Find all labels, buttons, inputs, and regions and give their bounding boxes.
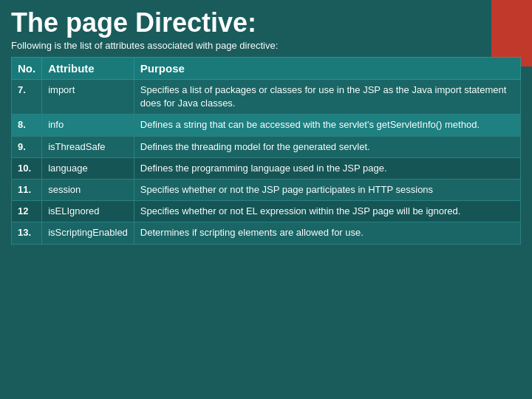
cell-no: 10. bbox=[12, 157, 42, 179]
cell-attribute: language bbox=[42, 157, 134, 179]
table-row: 8.infoDefines a string that can be acces… bbox=[12, 115, 521, 136]
cell-purpose: Determines if scripting elements are all… bbox=[134, 222, 520, 244]
cell-attribute: isScriptingEnabled bbox=[42, 222, 134, 244]
cell-no: 13. bbox=[12, 222, 42, 244]
cell-attribute: import bbox=[42, 80, 134, 115]
table-wrapper: No. Attribute Purpose 7.importSpecifies … bbox=[11, 57, 521, 245]
cell-purpose: Defines a string that can be accessed wi… bbox=[134, 115, 520, 136]
cell-no: 12 bbox=[12, 201, 42, 222]
table-header-row: No. Attribute Purpose bbox=[12, 58, 521, 80]
cell-purpose: Defines the programming language used in… bbox=[134, 157, 520, 179]
cell-no: 9. bbox=[12, 136, 42, 157]
attributes-table: No. Attribute Purpose 7.importSpecifies … bbox=[11, 57, 521, 245]
page-subtitle: Following is the list of attributes asso… bbox=[11, 40, 521, 51]
cell-attribute: session bbox=[42, 179, 134, 200]
header-purpose: Purpose bbox=[134, 58, 520, 80]
cell-no: 8. bbox=[12, 115, 42, 136]
cell-no: 7. bbox=[12, 80, 42, 115]
header-attribute: Attribute bbox=[42, 58, 134, 80]
cell-purpose: Defines the threading model for the gene… bbox=[134, 136, 520, 157]
header-no: No. bbox=[12, 58, 42, 80]
table-row: 10.languageDefines the programming langu… bbox=[12, 157, 521, 179]
main-content: The page Directive: Following is the lis… bbox=[0, 0, 532, 252]
cell-attribute: info bbox=[42, 115, 134, 136]
cell-purpose: Specifies whether or not the JSP page pa… bbox=[134, 179, 520, 200]
cell-attribute: isELIgnored bbox=[42, 201, 134, 222]
cell-purpose: Specifies a list of packages or classes … bbox=[134, 80, 520, 115]
cell-no: 11. bbox=[12, 179, 42, 200]
table-row: 7.importSpecifies a list of packages or … bbox=[12, 80, 521, 115]
table-row: 11.sessionSpecifies whether or not the J… bbox=[12, 179, 521, 200]
page-container: The page Directive: Following is the lis… bbox=[0, 0, 532, 399]
cell-attribute: isThreadSafe bbox=[42, 136, 134, 157]
table-row: 13.isScriptingEnabledDetermines if scrip… bbox=[12, 222, 521, 244]
cell-purpose: Specifies whether or not EL expression w… bbox=[134, 201, 520, 222]
table-row: 12isELIgnoredSpecifies whether or not EL… bbox=[12, 201, 521, 222]
page-title: The page Directive: bbox=[11, 7, 521, 38]
table-row: 9.isThreadSafeDefines the threading mode… bbox=[12, 136, 521, 157]
